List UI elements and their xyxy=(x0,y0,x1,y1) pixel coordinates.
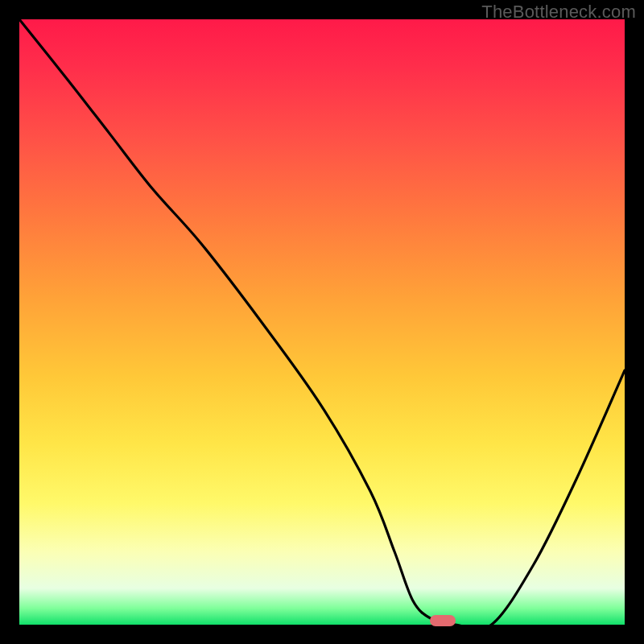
chart-frame xyxy=(19,19,625,625)
optimal-point-marker xyxy=(430,615,456,626)
watermark-text: TheBottleneck.com xyxy=(481,2,636,23)
bottleneck-curve xyxy=(19,19,625,625)
